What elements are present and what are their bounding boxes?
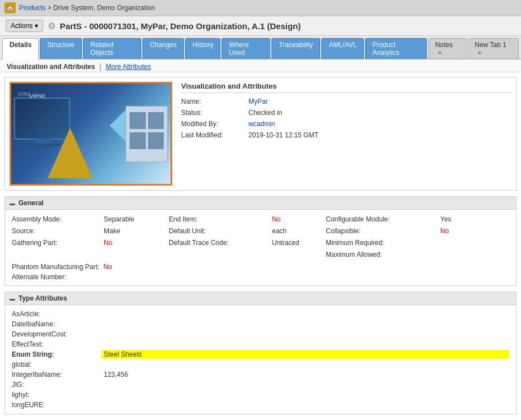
subtab-more[interactable]: More Attributes: [103, 62, 153, 72]
maximum-allowed-label: Maximum Allowed:: [326, 250, 438, 260]
gathering-part-label: Gathering Part:: [12, 238, 102, 248]
viz-attr-row: Status:Checked in: [181, 109, 511, 117]
home-icon[interactable]: 🏠: [4, 2, 16, 13]
default-unit-label: Default Unit:: [169, 226, 270, 236]
creo-view-image: creo view: [10, 82, 172, 186]
end-item-label: End Item:: [169, 214, 270, 224]
sub-tabs: Visualization and Attributes | More Attr…: [0, 59, 521, 72]
tab-where-used[interactable]: Where Used: [222, 38, 270, 59]
phantom-mfg-label: Phantom Manufacturing Part:: [12, 262, 99, 272]
longeure-value: [102, 400, 509, 409]
developmentcost-label: DevelopmentCost:: [12, 330, 102, 339]
asarticle-value: [102, 310, 509, 319]
maximum-allowed-value: [438, 250, 472, 260]
notes-close-icon[interactable]: ✕: [437, 50, 442, 56]
default-unit-value: each: [270, 226, 326, 236]
general-header: ▬ General: [5, 197, 516, 210]
asarticle-label: AsArticle:: [12, 310, 102, 319]
breadcrumb: Products > Drive System, Demo Organizati…: [19, 4, 155, 12]
default-trace-code-label: Default Trace Code:: [169, 238, 270, 248]
type-attrs-grid: AsArticle: DateIbaName: DevelopmentCost:…: [12, 310, 509, 409]
general-title: General: [19, 199, 44, 207]
tab-related-objects[interactable]: Related Objects: [83, 38, 141, 59]
viz-attr-row: Name:MyPar: [181, 98, 511, 105]
phantom-row: Phantom Manufacturing Part: No: [12, 263, 509, 271]
main-content: creo view Visualizatio: [0, 72, 521, 420]
subtab-viz[interactable]: Visualization and Attributes: [4, 62, 97, 72]
viz-attrs-list: Name:MyParStatus:Checked inModified By:w…: [181, 98, 511, 139]
creo-logo: creo: [18, 90, 30, 97]
general-fields: Assembly Mode: Separable End Item: No Co…: [12, 214, 509, 260]
tab-details[interactable]: Details: [2, 38, 39, 59]
alternate-row: Alternate Number:: [12, 273, 509, 281]
pyramid-shape: [48, 128, 93, 178]
spacer4: [270, 250, 326, 260]
global-label: global:: [12, 360, 102, 369]
minimum-required-label: Minimum Required:: [326, 238, 438, 248]
viz-attrs-title: Visualization and Attributes: [181, 82, 511, 93]
viz-attr-row: Last Modified:2019-10-31 12:15 GMT: [181, 131, 511, 139]
integeribaname-label: IntegerIbaName:: [12, 370, 102, 379]
breadcrumb-products[interactable]: Products: [19, 4, 45, 12]
enum-string-label: Enum String:: [12, 350, 102, 359]
dateibaname-value: [102, 320, 509, 329]
effecttest-value: [102, 340, 509, 349]
type-attributes-section: ▬ Type Attributes AsArticle: DateIbaName…: [4, 292, 517, 414]
spacer1: [12, 250, 102, 260]
source-value: Make: [102, 226, 169, 236]
default-trace-code-value: Untraced: [270, 238, 326, 248]
part-icon: ⚙: [48, 21, 56, 31]
tab-product-analytics[interactable]: Product Analytics: [365, 38, 427, 59]
newtab1-close-icon[interactable]: ✕: [477, 50, 482, 56]
lighyt-label: lighyt:: [12, 390, 102, 399]
tab-amlavl[interactable]: AML/AVL: [321, 38, 364, 59]
jig-label: JIG:: [12, 380, 102, 389]
viz-attr-row: Modified By:wcadmin: [181, 120, 511, 128]
type-attrs-title: Type Attributes: [19, 294, 67, 302]
page-title: PartS - 0000071301, MyPar, Demo Organiza…: [60, 21, 301, 31]
tab-structure[interactable]: Structure: [40, 38, 82, 59]
document-shape: [126, 106, 168, 162]
spacer2: [102, 250, 169, 260]
gathering-part-value: No: [102, 238, 169, 248]
tab-new-tab1[interactable]: New Tab 1 ✕: [468, 38, 519, 59]
tab-traceability[interactable]: Traceability: [271, 38, 320, 59]
title-bar: Actions ▾ ⚙ PartS - 0000071301, MyPar, D…: [0, 16, 521, 36]
tabs-bar: Details Structure Related Objects Change…: [0, 36, 521, 59]
end-item-value: No: [270, 214, 326, 224]
phantom-mfg-value: No: [103, 263, 112, 271]
breadcrumb-current: Drive System, Demo Organization: [53, 4, 155, 12]
type-attrs-header: ▬ Type Attributes: [5, 292, 516, 305]
dateibaname-label: DateIbaName:: [12, 320, 102, 329]
general-collapse-icon[interactable]: ▬: [10, 200, 15, 206]
source-label: Source:: [12, 226, 102, 236]
longeure-label: longEURE:: [12, 400, 102, 409]
assembly-mode-label: Assembly Mode:: [12, 214, 102, 224]
configurable-module-value: Yes: [438, 214, 472, 224]
attributes-panel: Visualization and Attributes Name:MyParS…: [181, 82, 511, 186]
collapsible-label: Collapsible:: [326, 226, 438, 236]
alternate-number-label: Alternate Number:: [12, 272, 66, 282]
tab-notes[interactable]: Notes ✕: [428, 38, 467, 59]
actions-button[interactable]: Actions ▾: [6, 20, 43, 32]
effecttest-label: EffectTest:: [12, 340, 102, 349]
jig-value: [102, 380, 509, 389]
tab-history[interactable]: History: [185, 38, 220, 59]
top-bar: 🏠 Products > Drive System, Demo Organiza…: [0, 0, 521, 16]
tab-changes[interactable]: Changes: [142, 38, 184, 59]
enum-string-value: Steel Sheets: [102, 350, 509, 359]
assembly-mode-value: Separable: [102, 214, 169, 224]
general-body: Assembly Mode: Separable End Item: No Co…: [5, 210, 516, 285]
configurable-module-label: Configurable Module:: [326, 214, 438, 224]
developmentcost-value: [102, 330, 509, 339]
collapsible-value: No: [438, 226, 472, 236]
lighyt-value: [102, 390, 509, 399]
visualization-section: creo view Visualizatio: [4, 77, 517, 191]
general-section: ▬ General Assembly Mode: Separable End I…: [4, 196, 517, 286]
spacer3: [169, 250, 270, 260]
type-attrs-body: AsArticle: DateIbaName: DevelopmentCost:…: [5, 305, 516, 414]
global-value: [102, 360, 509, 369]
type-attrs-collapse-icon[interactable]: ▬: [10, 296, 15, 302]
minimum-required-value: [438, 238, 472, 248]
integeribaname-value: 123,456: [102, 370, 509, 379]
